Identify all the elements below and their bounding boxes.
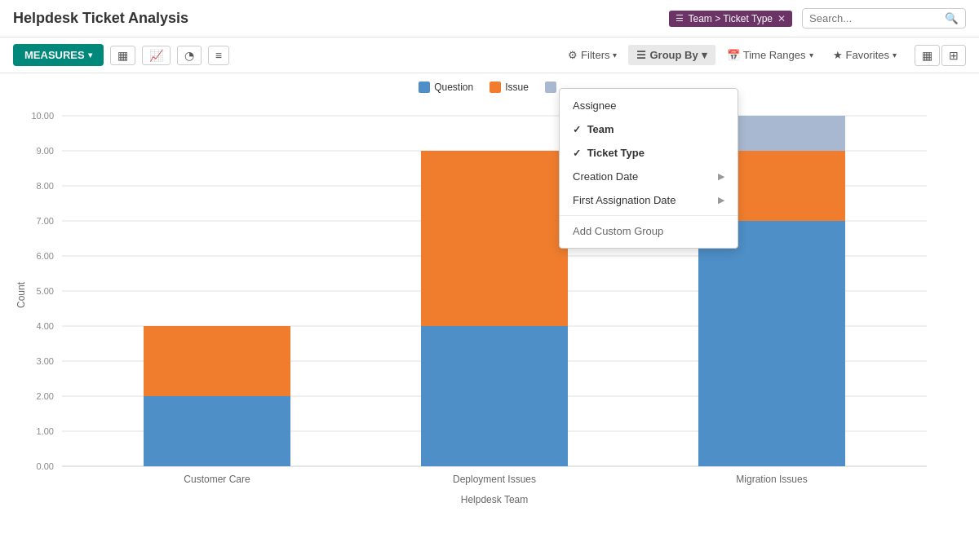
legend-dot-issue — [490, 82, 501, 93]
pie-chart-icon[interactable]: ◔ — [177, 46, 202, 65]
ticket-type-check-icon: ✓ — [573, 148, 581, 159]
x-axis-label: Helpdesk Team — [461, 494, 529, 505]
breadcrumb-tag: ☰ Team > Ticket Type ✕ — [669, 11, 793, 27]
stacked-icon[interactable]: ≡ — [208, 46, 229, 65]
svg-text:Migration Issues: Migration Issues — [736, 474, 807, 485]
svg-rect-28 — [698, 221, 845, 466]
dropdown-item-ticket-type[interactable]: ✓ Ticket Type — [560, 141, 738, 165]
filters-arrow-icon: ▾ — [613, 51, 617, 60]
view-toggle: ▦ ⊞ — [915, 45, 966, 66]
y-axis-label: Count — [16, 281, 27, 308]
creation-date-arrow-icon: ▶ — [718, 171, 724, 182]
svg-text:4.00: 4.00 — [37, 321, 54, 331]
svg-text:7.00: 7.00 — [37, 216, 54, 226]
svg-text:8.00: 8.00 — [37, 181, 54, 191]
favorites-button[interactable]: ★ Favorites ▾ — [825, 45, 905, 65]
star-icon: ★ — [833, 49, 843, 61]
dropdown-divider — [560, 215, 738, 216]
page-title: Helpdesk Ticket Analysis — [13, 10, 188, 27]
time-ranges-button[interactable]: 📅 Time Ranges ▾ — [719, 45, 822, 65]
chart-view-button[interactable]: ▦ — [915, 45, 940, 66]
legend-label-issue: Issue — [505, 82, 529, 93]
svg-text:3.00: 3.00 — [37, 356, 54, 366]
legend-item-issue: Issue — [490, 82, 529, 93]
legend-item-question: Question — [419, 82, 473, 93]
svg-text:0.00: 0.00 — [37, 461, 54, 471]
list-icon: ☰ — [676, 13, 684, 24]
svg-text:10.00: 10.00 — [31, 111, 54, 121]
svg-text:Customer Care: Customer Care — [184, 474, 250, 485]
legend-dot-other — [545, 82, 556, 93]
svg-text:2.00: 2.00 — [37, 391, 54, 401]
legend-dot-question — [419, 82, 430, 93]
svg-text:Deployment Issues: Deployment Issues — [453, 474, 536, 485]
first-assignation-date-arrow-icon: ▶ — [718, 195, 724, 205]
bar-customer-care: Customer Care — [144, 326, 290, 485]
svg-text:1.00: 1.00 — [37, 426, 54, 436]
filter-icon: ⚙ — [568, 49, 578, 61]
header: Helpdesk Ticket Analysis ☰ Team > Ticket… — [0, 0, 979, 37]
group-by-button[interactable]: ☰ Group By ▾ — [628, 45, 715, 65]
toolbar-right: ⚙ Filters ▾ ☰ Group By ▾ 📅 Time Ranges ▾… — [560, 45, 966, 66]
toolbar: MEASURES ▾ ▦ 📈 ◔ ≡ ⚙ Filters ▾ ☰ Group B… — [0, 37, 979, 73]
group-by-icon: ☰ — [636, 49, 646, 61]
svg-text:9.00: 9.00 — [37, 146, 54, 156]
line-chart-icon[interactable]: 📈 — [142, 46, 171, 65]
dropdown-item-creation-date[interactable]: Creation Date ▶ — [560, 165, 738, 188]
measures-arrow-icon: ▾ — [88, 51, 92, 60]
chart-wrapper: 10.00 9.00 8.00 7.00 6.00 5.00 4.00 — [13, 99, 966, 518]
svg-text:6.00: 6.00 — [37, 251, 54, 261]
svg-rect-22 — [144, 396, 290, 466]
group-by-label: Group By — [649, 49, 698, 61]
group-by-arrow-icon: ▾ — [702, 49, 707, 61]
bar-chart: 10.00 9.00 8.00 7.00 6.00 5.00 4.00 — [13, 99, 966, 515]
filters-label: Filters — [581, 49, 609, 61]
team-check-icon: ✓ — [573, 124, 581, 135]
time-ranges-arrow-icon: ▾ — [809, 51, 813, 60]
search-input[interactable] — [809, 12, 940, 24]
svg-rect-26 — [421, 151, 568, 326]
search-icon[interactable]: 🔍 — [945, 12, 959, 24]
bar-chart-icon[interactable]: ▦ — [110, 46, 135, 65]
dropdown-item-first-assignation-date[interactable]: First Assignation Date ▶ — [560, 188, 738, 212]
time-ranges-label: Time Ranges — [743, 49, 806, 61]
search-container: 🔍 — [802, 8, 966, 29]
breadcrumb-text: Team > Ticket Type — [689, 13, 773, 24]
calendar-icon: 📅 — [727, 49, 740, 61]
table-view-button[interactable]: ⊞ — [941, 45, 966, 66]
legend-label-question: Question — [434, 82, 473, 93]
group-by-dropdown: Assignee ✓ Team ✓ Ticket Type Creation D… — [559, 88, 738, 249]
first-assignation-date-label: First Assignation Date — [573, 194, 676, 206]
breadcrumb-close-icon[interactable]: ✕ — [777, 13, 786, 24]
svg-text:5.00: 5.00 — [37, 286, 54, 296]
creation-date-label: Creation Date — [573, 170, 638, 183]
svg-rect-25 — [421, 326, 568, 466]
assignee-label: Assignee — [573, 99, 616, 112]
add-custom-group-label: Add Custom Group — [573, 225, 663, 237]
measures-button[interactable]: MEASURES ▾ — [13, 44, 104, 66]
measures-label: MEASURES — [24, 49, 85, 61]
legend-item-other — [545, 82, 560, 93]
dropdown-item-add-custom-group[interactable]: Add Custom Group — [560, 219, 738, 243]
bar-deployment-issues: Deployment Issues — [421, 151, 568, 485]
filters-button[interactable]: ⚙ Filters ▾ — [560, 45, 625, 65]
chart-legend: Question Issue — [13, 82, 966, 93]
favorites-label: Favorites — [846, 49, 889, 61]
chart-area: Question Issue 10.00 9.00 — [0, 73, 979, 518]
dropdown-item-team[interactable]: ✓ Team — [560, 117, 738, 141]
svg-rect-23 — [144, 326, 290, 396]
dropdown-item-assignee[interactable]: Assignee — [560, 94, 738, 117]
favorites-arrow-icon: ▾ — [893, 51, 897, 60]
